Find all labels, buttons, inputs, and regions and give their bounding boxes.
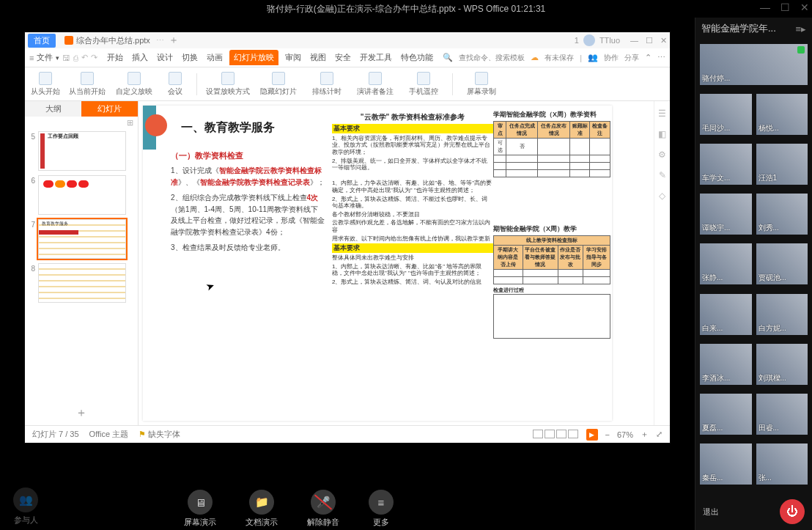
participant-tile[interactable]: 谭晓宇...	[700, 194, 752, 235]
slide-thumbnail[interactable]: 5工作要点回顾	[25, 129, 138, 173]
search-icon[interactable]: 🔍	[443, 53, 453, 62]
close-icon[interactable]: ✕	[800, 1, 809, 13]
share-label[interactable]: 分享	[624, 53, 639, 63]
tool-screen-record[interactable]: 屏幕录制	[462, 72, 501, 97]
ribbon-tab[interactable]: 动画	[204, 51, 225, 65]
redo-icon[interactable]: ↷	[91, 53, 97, 62]
wps-document-tab[interactable]: 综合办年中总结.pptx	[59, 34, 156, 48]
undo-icon[interactable]: ↶	[81, 53, 88, 62]
wps-ribbon-tabs: 开始插入设计切换动画幻灯片放映审阅视图安全开发工具特色功能	[105, 50, 435, 65]
cloud-sync-icon[interactable]: ☁	[531, 53, 539, 62]
participant-tile[interactable]: 白方妮...	[756, 294, 808, 335]
chevron-down-icon[interactable]: ▾	[56, 54, 59, 62]
ribbon-tab[interactable]: 切换	[180, 51, 200, 65]
maximize-icon[interactable]: ☐	[780, 1, 790, 13]
tool-from-start[interactable]: 从头开始	[31, 72, 60, 97]
tool-presenter-notes[interactable]: 演讲者备注	[355, 72, 395, 97]
leave-meeting-button[interactable]: ⏻	[780, 499, 805, 524]
ribbon-tab[interactable]: 审阅	[283, 51, 303, 65]
rail-icon[interactable]: ✎	[659, 170, 666, 180]
ribbon-tab[interactable]: 开始	[105, 51, 125, 65]
print-icon[interactable]: ⎙	[73, 54, 78, 62]
file-menu[interactable]: 文件	[37, 52, 53, 63]
ribbon-tab[interactable]: 特色功能	[399, 51, 435, 65]
phone-remote-icon	[417, 72, 430, 85]
tool-meeting[interactable]: 会议	[163, 72, 188, 97]
thumbnail-list[interactable]: 5工作要点回顾67教育教学服务8	[25, 129, 138, 401]
participant-tile[interactable]: 白来...	[700, 294, 752, 335]
participants-grid[interactable]: 骆付婷...毛同沙...杨悦...车学文...汪浩1谭晓宇...刘秀...张静.…	[695, 40, 812, 493]
ribbon-tab[interactable]: 插入	[130, 51, 150, 65]
participant-tile[interactable]: 张静...	[700, 243, 752, 284]
embedded-table-top: 学期智能金融学院（X周）教学资料 审点任务点完成情况任务点发布情况账顾标准检查备…	[493, 110, 610, 177]
participant-tile[interactable]: 李酒冰...	[700, 344, 752, 385]
participant-tile[interactable]: 毛同沙...	[700, 94, 752, 135]
fit-window-icon[interactable]: ⤢	[656, 430, 662, 439]
coop-icon[interactable]: 👥	[588, 53, 598, 62]
slide-canvas-area[interactable]: 一、教育教学服务 （一）教学资料检查 1、设计完成《智能金融学院云教学资料检查标…	[139, 101, 654, 425]
add-slide-button[interactable]: ＋	[25, 401, 138, 425]
participant-tile[interactable]: 车学文...	[700, 144, 752, 185]
more-button[interactable]: ≡更多	[369, 490, 394, 528]
rail-icon[interactable]: ⚙	[658, 150, 666, 160]
play-slideshow-button[interactable]: ▶	[586, 429, 598, 441]
zoom-level[interactable]: 67%	[617, 430, 633, 439]
menu-icon[interactable]: ≡	[29, 54, 34, 62]
wps-minimize-icon[interactable]: —	[630, 36, 638, 45]
ribbon-tab[interactable]: 设计	[155, 51, 175, 65]
leftpanel-tab-outline[interactable]: 大纲	[25, 101, 81, 117]
participant-tile[interactable]: 刘琪樑...	[756, 344, 808, 385]
ellipsis-icon[interactable]: ⋯	[156, 36, 164, 45]
coop-label[interactable]: 协作	[604, 53, 619, 63]
collapse-ribbon-icon[interactable]: ⌃	[645, 53, 652, 62]
leftpanel-tab-slides[interactable]: 幻灯片	[81, 101, 138, 117]
tool-rehearse[interactable]: 排练计时	[307, 72, 347, 97]
participant-tile[interactable]: 杨悦...	[756, 94, 808, 135]
participant-tile[interactable]: 秦岳...	[700, 443, 752, 485]
menu-search-placeholder[interactable]: 查找命令、搜索模板	[459, 53, 525, 63]
participant-tile[interactable]: 汪浩1	[756, 144, 808, 185]
wps-maximize-icon[interactable]: ☐	[646, 36, 653, 45]
view-mode-icons[interactable]	[532, 430, 579, 440]
leftpanel-tool-icon[interactable]: ⊞	[25, 117, 138, 129]
participant-tile[interactable]: 贾砚池...	[756, 243, 808, 284]
save-icon[interactable]: 🖫	[62, 54, 70, 62]
theme-label: Office 主题	[89, 429, 129, 440]
tool-phone-remote[interactable]: 手机遥控	[404, 72, 443, 97]
participant-tile[interactable]: 夏磊...	[700, 394, 752, 435]
wps-tab-label: 综合办年中总结.pptx	[76, 35, 150, 46]
zoom-in-icon[interactable]: ＋	[641, 429, 649, 440]
ribbon-tab[interactable]: 视图	[308, 51, 328, 65]
mute-toggle-button[interactable]: 🎤解除静音	[307, 490, 339, 528]
rail-icon[interactable]: ☰	[658, 108, 666, 119]
minimize-icon[interactable]: —	[760, 1, 770, 13]
participant-tile[interactable]: 骆付婷...	[700, 44, 808, 85]
slide-thumbnail[interactable]: 6	[25, 173, 138, 217]
tool-custom-show[interactable]: 自定义放映	[114, 72, 154, 97]
missing-font-warning[interactable]: ⚑ 缺失字体	[139, 429, 180, 440]
participant-name: 刘秀...	[759, 223, 779, 233]
panel-menu-icon[interactable]: ≡▸	[795, 23, 806, 34]
rail-icon[interactable]: ◧	[658, 129, 666, 139]
tool-setup-show[interactable]: 设置放映方式	[206, 72, 250, 97]
ribbon-tab[interactable]: 安全	[333, 51, 353, 65]
tool-hide-slide[interactable]: 隐藏幻灯片	[259, 72, 298, 97]
participants-button[interactable]: 👥 参与人	[13, 487, 38, 526]
tool-from-current[interactable]: 从当前开始	[69, 72, 106, 97]
participant-tile[interactable]: 刘秀...	[756, 194, 808, 235]
share-doc-button[interactable]: 📁文档演示	[246, 490, 278, 528]
wps-close-icon[interactable]: ✕	[660, 36, 667, 45]
share-screen-button[interactable]: 🖥屏幕演示	[184, 490, 216, 528]
slide-thumbnail[interactable]: 7教育教学服务	[25, 217, 138, 261]
zoom-out-icon[interactable]: −	[605, 430, 610, 439]
rail-icon[interactable]: ◇	[659, 191, 665, 201]
ribbon-tab[interactable]: 幻灯片放映	[229, 50, 278, 65]
slide-thumbnail[interactable]: 8	[25, 261, 138, 305]
participant-tile[interactable]: 张...	[756, 443, 808, 485]
more-icon[interactable]: ⋯	[657, 53, 665, 62]
wps-user-avatar[interactable]	[583, 34, 595, 46]
wps-add-tab-button[interactable]: ＋	[169, 34, 179, 47]
wps-home-button[interactable]: 首页	[28, 34, 56, 48]
participant-tile[interactable]: 田睿...	[756, 394, 808, 435]
ribbon-tab[interactable]: 开发工具	[358, 51, 394, 65]
